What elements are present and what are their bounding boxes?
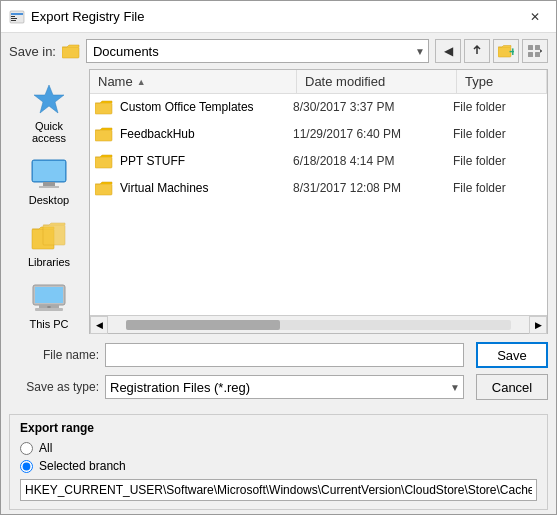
svg-rect-33	[95, 130, 112, 141]
sidebar-item-this-pc[interactable]: This PC	[14, 275, 84, 335]
svg-rect-35	[95, 184, 112, 195]
table-row[interactable]: Virtual Machines 8/31/2017 12:08 PM File…	[90, 175, 547, 202]
scroll-track[interactable]	[126, 320, 511, 330]
export-registry-dialog: Export Registry File ✕ Save in: Document…	[0, 0, 557, 515]
file-row-date: 6/18/2018 4:14 PM	[293, 154, 453, 168]
svg-rect-5	[62, 47, 79, 58]
file-row-date: 8/30/2017 3:37 PM	[293, 100, 453, 114]
sidebar: Quick access Desktop	[9, 69, 89, 338]
view-button[interactable]	[522, 39, 548, 63]
svg-rect-1	[11, 13, 23, 15]
title-bar-text: Export Registry File	[31, 9, 522, 24]
save-as-type-label: Save as type:	[9, 380, 99, 394]
file-row-type: File folder	[453, 127, 543, 141]
title-bar: Export Registry File ✕	[1, 1, 556, 33]
back-button[interactable]: ◀	[435, 39, 461, 63]
svg-rect-32	[95, 103, 112, 114]
svg-rect-18	[43, 225, 65, 245]
table-row[interactable]: PPT STUFF 6/18/2018 4:14 PM File folder	[90, 148, 547, 175]
file-row-type: File folder	[453, 181, 543, 195]
quick-access-icon	[29, 82, 69, 118]
cancel-btn-col: Cancel	[476, 374, 548, 400]
export-range-title: Export range	[20, 421, 537, 435]
export-range: Export range All Selected branch	[9, 414, 548, 510]
svg-rect-22	[35, 308, 63, 311]
file-list[interactable]: Custom Office Templates 8/30/2017 3:37 P…	[90, 94, 547, 315]
folder-icon	[94, 178, 114, 198]
file-name-input-wrap[interactable]	[105, 343, 464, 367]
scroll-left-button[interactable]: ◀	[90, 316, 108, 334]
scroll-thumb[interactable]	[126, 320, 280, 330]
save-as-type-select[interactable]: Registration Files (*.reg) All Files (*.…	[105, 375, 464, 399]
file-name-input[interactable]	[105, 343, 464, 367]
sort-arrow-icon: ▲	[137, 77, 146, 87]
selected-branch-radio[interactable]	[20, 460, 33, 473]
toolbar: Save in: Documents ▼ ◀	[1, 33, 556, 69]
all-radio-row: All	[20, 441, 537, 455]
svg-rect-16	[39, 186, 59, 188]
up-button[interactable]	[464, 39, 490, 63]
file-row-name: Virtual Machines	[120, 181, 293, 195]
file-row-date: 11/29/2017 6:40 PM	[293, 127, 453, 141]
this-pc-icon	[29, 280, 69, 316]
all-radio-label: All	[39, 441, 52, 455]
sidebar-item-label-this-pc: This PC	[29, 318, 68, 330]
col-date[interactable]: Date modified	[297, 70, 457, 93]
location-select-wrap[interactable]: Documents ▼	[86, 39, 429, 63]
libraries-icon	[29, 218, 69, 254]
dialog-icon	[9, 9, 25, 25]
svg-rect-34	[95, 157, 112, 168]
table-row[interactable]: Custom Office Templates 8/30/2017 3:37 P…	[90, 94, 547, 121]
new-folder-button[interactable]: +	[493, 39, 519, 63]
location-select[interactable]: Documents	[86, 39, 429, 63]
file-row-name: PPT STUFF	[120, 154, 293, 168]
svg-rect-3	[11, 18, 17, 19]
sidebar-item-libraries[interactable]: Libraries	[14, 213, 84, 273]
save-in-label: Save in:	[9, 44, 56, 59]
close-button[interactable]: ✕	[522, 4, 548, 30]
file-row-type: File folder	[453, 100, 543, 114]
selected-branch-radio-label: Selected branch	[39, 459, 126, 473]
desktop-icon	[29, 156, 69, 192]
svg-marker-12	[34, 85, 64, 113]
sidebar-item-quick-access[interactable]: Quick access	[14, 77, 84, 149]
save-button[interactable]: Save	[476, 342, 548, 368]
col-type[interactable]: Type	[457, 70, 547, 93]
file-header: Name ▲ Date modified Type	[90, 70, 547, 94]
folder-icon	[94, 124, 114, 144]
sidebar-item-label-libraries: Libraries	[28, 256, 70, 268]
scroll-right-button[interactable]: ▶	[529, 316, 547, 334]
sidebar-item-label-quick-access: Quick access	[17, 120, 81, 144]
save-as-type-wrap[interactable]: Registration Files (*.reg) All Files (*.…	[105, 375, 464, 399]
svg-rect-14	[33, 161, 65, 181]
svg-rect-9	[535, 45, 540, 50]
all-radio[interactable]	[20, 442, 33, 455]
svg-rect-2	[11, 16, 15, 17]
file-panel: Name ▲ Date modified Type Custom Office …	[89, 69, 548, 334]
horizontal-scrollbar[interactable]: ◀ ▶	[90, 315, 547, 333]
selected-branch-radio-row: Selected branch	[20, 459, 537, 473]
folder-icon	[94, 97, 114, 117]
svg-rect-15	[43, 182, 55, 186]
branch-input[interactable]	[20, 479, 537, 501]
table-row[interactable]: FeedbackHub 11/29/2017 6:40 PM File fold…	[90, 121, 547, 148]
nav-buttons: ◀ +	[435, 39, 548, 63]
svg-rect-4	[11, 20, 16, 21]
file-row-name: FeedbackHub	[120, 127, 293, 141]
svg-point-23	[47, 306, 51, 308]
svg-rect-10	[528, 52, 533, 57]
file-row-date: 8/31/2017 12:08 PM	[293, 181, 453, 195]
svg-rect-8	[528, 45, 533, 50]
svg-rect-20	[35, 287, 63, 303]
svg-rect-11	[535, 52, 540, 57]
main-area: Quick access Desktop	[1, 69, 556, 338]
save-as-type-row: Save as type: Registration Files (*.reg)…	[9, 374, 548, 400]
form-area: File name: Save Save as type: Registrati…	[1, 338, 556, 410]
svg-text:+: +	[509, 44, 514, 58]
folder-icon	[94, 151, 114, 171]
title-bar-buttons: ✕	[522, 4, 548, 30]
col-name[interactable]: Name ▲	[90, 70, 297, 93]
file-row-type: File folder	[453, 154, 543, 168]
cancel-button[interactable]: Cancel	[476, 374, 548, 400]
sidebar-item-desktop[interactable]: Desktop	[14, 151, 84, 211]
